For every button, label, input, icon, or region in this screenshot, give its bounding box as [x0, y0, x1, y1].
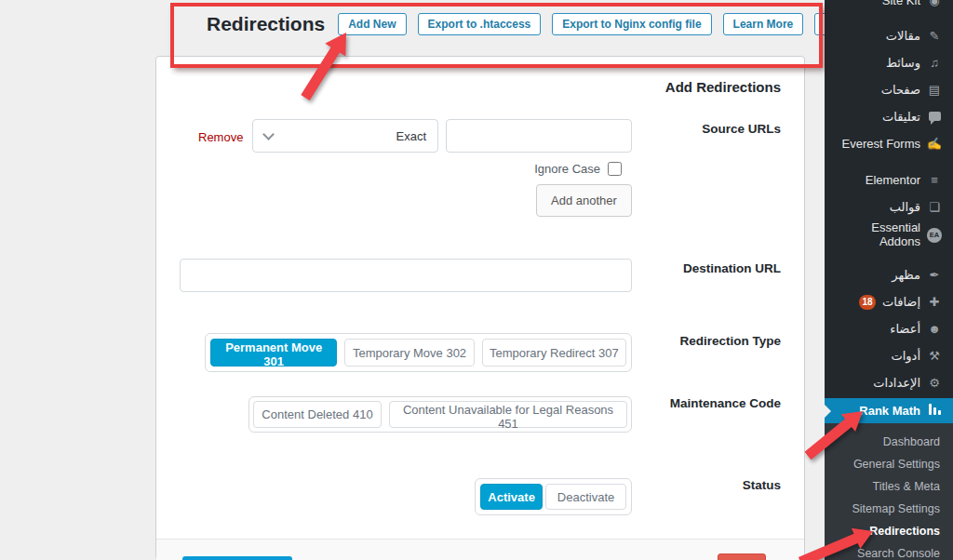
sidebar-item-label: أعضاء	[890, 322, 920, 336]
tools-icon: ⚒	[927, 349, 942, 363]
elementor-icon: ≡	[927, 173, 942, 187]
sidebar-item-settings[interactable]: ⚙ الإعدادات	[825, 369, 953, 396]
sidebar-item-site-kit[interactable]: ◉ Site Kit	[825, 0, 953, 11]
sidebar-item-appearance[interactable]: ✒ مظهر	[825, 261, 953, 288]
redirection-type-label: Redirection Type	[679, 334, 781, 348]
match-type-value: Exact	[396, 129, 426, 143]
sidebar-item-elementor[interactable]: ≡ Elementor	[825, 167, 953, 193]
page-title: Redirections	[207, 13, 325, 35]
sidebar-item-pages[interactable]: ▤ صفحات	[825, 76, 953, 103]
submenu-item-dashboard[interactable]: Dashboard	[825, 431, 953, 453]
activate-button[interactable]: Activate	[480, 484, 543, 510]
learn-more-button[interactable]: Learn More	[723, 13, 804, 35]
sidebar-item-templates[interactable]: ❏ قوالب	[825, 193, 953, 220]
pages-icon: ▤	[927, 83, 942, 97]
source-url-input[interactable]	[446, 119, 632, 153]
sidebar-item-tools[interactable]: ⚒ أدوات	[825, 342, 953, 369]
export-htaccess-button[interactable]: Export to .htaccess	[418, 13, 542, 35]
sidebar-item-label: Rank Math	[859, 404, 920, 418]
chevron-down-icon	[262, 128, 275, 140]
submenu-item-redirections[interactable]: Redirections	[825, 520, 953, 542]
export-nginx-button[interactable]: Export to Nginx config file	[552, 13, 711, 35]
sidebar-item-label: إضافات	[882, 295, 920, 309]
maintenance-code-label: Maintenance Code	[670, 396, 781, 410]
submenu-item-titles-meta[interactable]: Titles & Meta	[825, 475, 953, 498]
posts-icon: ✎	[927, 29, 942, 43]
site-kit-icon: ◉	[927, 0, 942, 7]
type-307-button[interactable]: Temporary Redirect 307	[482, 339, 626, 367]
plugins-icon: ✚	[927, 295, 942, 309]
panel-footer	[156, 539, 804, 560]
panel-title: Add Redirections	[665, 79, 781, 95]
ignore-case-row: Ignore Case	[156, 162, 622, 176]
sidebar-item-users[interactable]: ☻ أعضاء	[825, 315, 953, 342]
page-header: Redirections Add New Export to .htaccess…	[207, 13, 879, 35]
add-another-button[interactable]: Add another	[536, 184, 632, 217]
everest-forms-icon: ✍	[927, 137, 942, 151]
submenu-item-sitemap-settings[interactable]: Sitemap Settings	[825, 498, 953, 520]
add-redirection-panel: Add Redirections Source URLs Remove Exac…	[155, 56, 805, 560]
plugins-update-badge: 18	[859, 295, 876, 310]
sidebar-item-label: Everest Forms	[841, 137, 920, 151]
sidebar-item-media[interactable]: ♫ وسائط	[825, 49, 953, 76]
sidebar-item-everest-forms[interactable]: ✍ Everest Forms	[825, 130, 953, 157]
footer-primary-button[interactable]	[182, 556, 292, 560]
type-302-button[interactable]: Temporary Move 302	[344, 339, 474, 367]
sidebar-item-rank-math[interactable]: Rank Math	[825, 398, 953, 423]
destination-url-label: Destination URL	[683, 261, 781, 275]
match-type-select[interactable]: Exact	[252, 119, 438, 153]
sidebar-item-label: مقالات	[886, 29, 920, 43]
add-new-button[interactable]: Add New	[338, 13, 406, 35]
sidebar-item-label: Essential Addons	[836, 220, 920, 248]
footer-trash-button[interactable]	[718, 553, 766, 560]
rank-math-icon	[927, 404, 942, 418]
appearance-icon: ✒	[927, 268, 942, 282]
submenu-item-general-settings[interactable]: General Settings	[825, 453, 953, 475]
media-icon: ♫	[927, 56, 942, 70]
sidebar-item-label: الإعدادات	[873, 376, 920, 390]
remove-link[interactable]: Remove	[198, 130, 243, 144]
ignore-case-label: Ignore Case	[534, 162, 600, 176]
code-410-button[interactable]: Content Deleted 410	[253, 401, 382, 428]
sidebar-item-label: صفحات	[881, 83, 920, 97]
sidebar-item-label: Elementor	[866, 173, 920, 187]
type-301-button[interactable]: Permanent Move 301	[210, 339, 337, 367]
ignore-case-checkbox[interactable]	[608, 162, 622, 176]
comments-icon	[927, 110, 942, 124]
deactivate-button[interactable]: Deactivate	[545, 484, 626, 510]
sidebar-item-label: Site Kit	[882, 0, 920, 7]
sidebar-item-label: وسائط	[886, 56, 920, 70]
maintenance-code-group: Content Deleted 410 Content Unavailable …	[248, 396, 632, 433]
redirection-type-group: Permanent Move 301 Temporary Move 302 Te…	[205, 333, 632, 372]
settings-icon: ⚙	[927, 376, 942, 390]
users-icon: ☻	[927, 322, 942, 336]
wordpress-admin-page: Redirections Add New Export to .htaccess…	[0, 0, 953, 560]
sidebar-item-posts[interactable]: ✎ مقالات	[825, 22, 953, 49]
sidebar-item-plugins[interactable]: ✚ إضافات 18	[825, 288, 953, 315]
status-group: Activate Deactivate	[475, 478, 632, 515]
code-451-button[interactable]: Content Unavailable for Legal Reasons 45…	[389, 401, 627, 428]
essential-addons-icon: EA	[927, 226, 942, 243]
rank-math-submenu: Dashboard General Settings Titles & Meta…	[825, 423, 953, 560]
sidebar-item-label: أدوات	[891, 349, 920, 363]
sidebar-item-label: قوالب	[890, 200, 920, 214]
templates-icon: ❏	[927, 200, 942, 214]
submenu-item-search-console[interactable]: Search Console	[825, 542, 953, 560]
sidebar-item-label: مظهر	[892, 268, 920, 282]
destination-url-input[interactable]	[180, 259, 632, 292]
source-urls-label: Source URLs	[702, 122, 781, 136]
status-label: Status	[743, 478, 781, 492]
sidebar-item-comments[interactable]: تعليقات	[825, 103, 953, 130]
sidebar-item-label: تعليقات	[882, 110, 920, 124]
admin-sidebar: ◉ Site Kit ✎ مقالات ♫ وسائط ▤ صفحات تعلي…	[825, 0, 953, 560]
sidebar-item-essential-addons[interactable]: EA Essential Addons	[825, 220, 953, 247]
